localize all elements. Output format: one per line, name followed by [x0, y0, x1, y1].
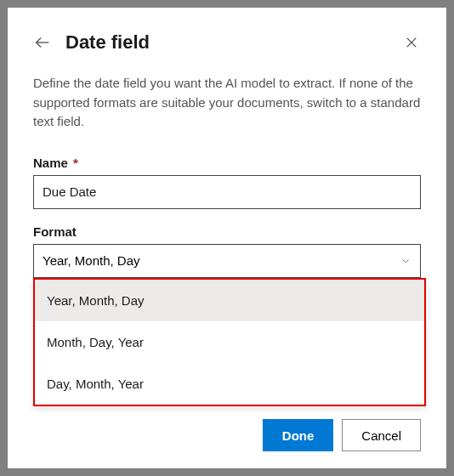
cancel-button[interactable]: Cancel	[342, 419, 421, 451]
name-field-group: Name *	[33, 156, 421, 209]
close-icon[interactable]	[404, 35, 419, 50]
format-label: Format	[33, 224, 421, 239]
chevron-down-icon	[400, 255, 411, 267]
format-option-mdy[interactable]: Month, Day, Year	[35, 321, 424, 363]
dialog-footer: Done Cancel	[263, 419, 421, 451]
done-button[interactable]: Done	[263, 419, 334, 451]
format-dropdown: Year, Month, Day Month, Day, Year Day, M…	[33, 278, 426, 406]
format-select: Year, Month, Day Year, Month, Day Month,…	[33, 244, 421, 278]
name-label: Name *	[33, 156, 421, 170]
format-select-display[interactable]: Year, Month, Day	[33, 244, 421, 278]
required-indicator: *	[73, 156, 78, 170]
name-input[interactable]	[33, 175, 421, 209]
dialog-description: Define the date field you want the AI mo…	[33, 74, 421, 132]
date-field-dialog: Date field Define the date field you wan…	[8, 8, 446, 468]
format-field-group: Format Year, Month, Day Year, Month, Day…	[33, 224, 421, 278]
format-option-ymd[interactable]: Year, Month, Day	[35, 280, 424, 321]
format-option-dmy[interactable]: Day, Month, Year	[35, 363, 424, 405]
dialog-title: Date field	[65, 31, 150, 54]
name-label-text: Name	[33, 156, 68, 170]
format-selected-value: Year, Month, Day	[43, 253, 140, 268]
back-arrow-icon[interactable]	[33, 33, 52, 52]
dialog-header: Date field	[33, 31, 421, 54]
